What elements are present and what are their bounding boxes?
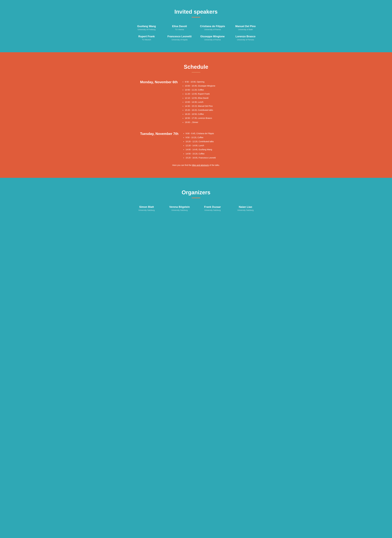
- speaker-item: Lorenzo Brasco University of Ferrara: [230, 35, 261, 41]
- speaker-item: Rupert Frank TU Munich: [131, 35, 162, 41]
- day-heading: Tuesday, November 7th: [140, 132, 178, 136]
- schedule-item: 14:50 - 15:20, Coffee: [186, 152, 216, 156]
- titles-abstracts-link[interactable]: titles and abstracts: [192, 164, 209, 166]
- speaker-university: University of Parma: [197, 29, 228, 31]
- schedule-item: 12:20 - 14:00, Lunch: [186, 143, 216, 148]
- speaker-item: Elisa Davoli TU Vienna: [164, 25, 195, 31]
- organizers-title-underline: [192, 198, 200, 198]
- organizers-title: Organizers: [6, 189, 386, 195]
- organizer-name: Frank Duzaar: [197, 205, 228, 209]
- day-block: Tuesday, November 7th9:00 - 9:45, Cristi…: [140, 131, 252, 160]
- organizer-item: Simon Blatt University Salzburg: [131, 205, 162, 211]
- speaker-name: Guofang Wang: [131, 25, 162, 28]
- organizer-name: Naian Liao: [230, 205, 261, 209]
- speakers-section: Invited speakers Guofang Wang University…: [0, 0, 392, 52]
- speaker-item: Cristiana de Filippis University of Parm…: [197, 25, 228, 31]
- schedule-item: 16:20 - 16:50, Coffee: [185, 112, 215, 116]
- speaker-item: Guofang Wang University of Freiburg: [131, 25, 162, 31]
- speaker-university: TU Munich: [131, 39, 162, 41]
- day-heading: Monday, November 6th: [140, 80, 178, 84]
- speaker-item: Francesco Leonetti University of Aquila: [164, 35, 195, 41]
- organizer-university: University Salzburg: [197, 209, 228, 211]
- speaker-name: Cristiana de Filippis: [197, 25, 228, 28]
- schedule-item: 10:00 - 10:45, Giuseppe Mingione: [185, 84, 215, 88]
- schedule-item: 9:00 - 9:45, Cristiana de Filippis: [186, 131, 216, 135]
- speaker-university: TU Vienna: [164, 29, 195, 31]
- speakers-title: Invited speakers: [6, 9, 386, 15]
- schedule-item: 9:50 - 10:20, Coffee: [186, 135, 216, 139]
- speaker-item: Giuseppe Mingione University of Parma: [197, 35, 228, 41]
- schedule-list: 9:50 - 10:00, Opening10:00 - 10:45, Gius…: [182, 80, 215, 124]
- schedule-item: 11:20 - 12:05, Rupert Frank: [185, 92, 215, 96]
- day-block: Monday, November 6th9:50 - 10:00, Openin…: [140, 80, 252, 124]
- organizer-item: Frank Duzaar University Salzburg: [197, 205, 228, 211]
- speakers-grid: Guofang Wang University of Freiburg Elis…: [131, 25, 261, 41]
- schedule-item: 16:50 - 17:35, Lorenzo Brasco: [185, 116, 215, 120]
- speaker-name: Rupert Frank: [131, 35, 162, 38]
- speakers-title-underline: [192, 17, 200, 18]
- speaker-name: Lorenzo Brasco: [230, 35, 261, 38]
- organizer-name: Verena Bögelein: [164, 205, 195, 209]
- schedule-item: 12:10 - 12:55, Elisa Davoli: [185, 96, 215, 100]
- day-label: Tuesday, November 7th: [140, 131, 178, 136]
- schedule-footer: Here you can find the titles and abstrac…: [140, 164, 252, 166]
- schedule-item: 14:30 - 15:15, Manuel Del Pino: [185, 104, 215, 108]
- speaker-university: University of Bath: [230, 29, 261, 31]
- organizer-university: University Salzburg: [230, 209, 261, 211]
- organizer-university: University Salzburg: [164, 209, 195, 211]
- schedule-item: 10:20 - 12:20, Contributed talks: [186, 139, 216, 143]
- schedule-item: 10:50 - 11:20, Coffee: [185, 88, 215, 92]
- speaker-university: University of Parma: [197, 39, 228, 41]
- schedule-list: 9:00 - 9:45, Cristiana de Filippis9:50 -…: [183, 131, 216, 160]
- schedule-item: 14:00 - 14:45, Guofang Wang: [186, 148, 216, 152]
- schedule-item: 19:00 -, Dinner: [185, 120, 215, 124]
- day-schedule-list-wrap: 9:00 - 9:45, Cristiana de Filippis9:50 -…: [183, 131, 216, 160]
- organizer-university: University Salzburg: [131, 209, 162, 211]
- speaker-item: Manuel Del Pino University of Bath: [230, 25, 261, 31]
- schedule-title-underline: [192, 72, 200, 73]
- speaker-university: University of Aquila: [164, 39, 195, 41]
- schedule-section: Schedule Monday, November 6th9:50 - 10:0…: [0, 52, 392, 178]
- schedule-content: Monday, November 6th9:50 - 10:00, Openin…: [140, 80, 252, 160]
- organizer-name: Simon Blatt: [131, 205, 162, 209]
- speaker-name: Giuseppe Mingione: [197, 35, 228, 38]
- organizers-section: Organizers Simon Blatt University Salzbu…: [0, 178, 392, 223]
- schedule-item: 15:20 - 16:20, Contributed talks: [185, 108, 215, 112]
- speaker-name: Elisa Davoli: [164, 25, 195, 28]
- organizer-item: Naian Liao University Salzburg: [230, 205, 261, 211]
- speaker-university: University of Ferrara: [230, 39, 261, 41]
- speaker-university: University of Freiburg: [131, 29, 162, 31]
- schedule-item: 15:20 - 16:05, Francesco Leonetti: [186, 156, 216, 160]
- schedule-item: 13:00 - 14:30, Lunch: [185, 100, 215, 104]
- organizer-item: Verena Bögelein University Salzburg: [164, 205, 195, 211]
- day-schedule-list-wrap: 9:50 - 10:00, Opening10:00 - 10:45, Gius…: [182, 80, 215, 124]
- speaker-name: Manuel Del Pino: [230, 25, 261, 28]
- day-label: Monday, November 6th: [140, 80, 178, 84]
- speaker-name: Francesco Leonetti: [164, 35, 195, 38]
- schedule-item: 9:50 - 10:00, Opening: [185, 80, 215, 84]
- organizers-grid: Simon Blatt University Salzburg Verena B…: [131, 205, 261, 211]
- schedule-title: Schedule: [9, 64, 383, 70]
